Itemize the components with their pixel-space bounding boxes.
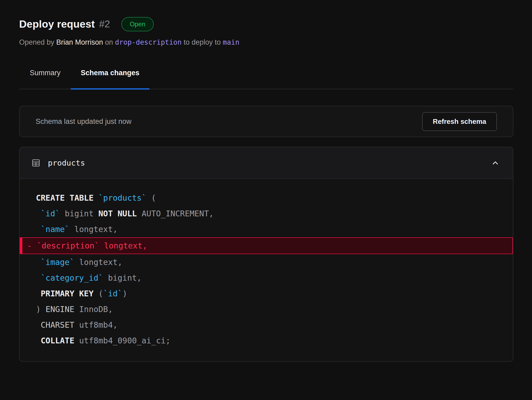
sql-token bbox=[36, 273, 41, 283]
branch-name: drop-description bbox=[115, 38, 181, 46]
sql-token bbox=[36, 289, 41, 298]
sql-token: `category_id` bbox=[41, 273, 103, 283]
chevron-up-icon bbox=[491, 159, 500, 167]
sql-line: CHARSET utf8mb4, bbox=[20, 317, 513, 333]
sql-line: CREATE TABLE `products` ( bbox=[20, 190, 513, 206]
sql-token: ) bbox=[122, 289, 127, 298]
sql-line: `id` bigint NOT NULL AUTO_INCREMENT, bbox=[20, 206, 513, 221]
sql-token: utf8mb4_0900_ai_ci; bbox=[79, 336, 171, 345]
sql-token: AUTO_INCREMENT, bbox=[142, 209, 214, 218]
table-name: products bbox=[48, 158, 85, 167]
sql-line: `image` longtext, bbox=[20, 254, 513, 270]
sql-token: CREATE TABLE bbox=[36, 193, 98, 203]
deploy-request-page: Deploy request #2 Open Opened by Brian M… bbox=[0, 0, 532, 362]
table-icon bbox=[31, 158, 40, 167]
sql-token bbox=[36, 225, 41, 234]
sql-token: `id` bbox=[41, 209, 60, 218]
sql-token: `description` bbox=[37, 241, 99, 250]
sql-token: `name` bbox=[41, 225, 69, 234]
sql-token: InnoDB, bbox=[79, 305, 113, 314]
table-panel-header[interactable]: products bbox=[20, 147, 513, 179]
sql-line: COLLATE utf8mb4_0900_ai_ci; bbox=[20, 333, 513, 348]
sql-token: bigint, bbox=[103, 273, 142, 283]
sql-code-block: CREATE TABLE `products` ( `id` bigint NO… bbox=[20, 179, 513, 361]
sql-token: bigint bbox=[65, 209, 98, 218]
table-schema-panel: products CREATE TABLE `products` ( `id` … bbox=[19, 147, 513, 362]
page-header: Deploy request #2 Open bbox=[19, 17, 513, 31]
tab-schema-changes[interactable]: Schema changes bbox=[81, 69, 140, 89]
author-name: Brian Morrison bbox=[56, 38, 103, 46]
schema-status-text: Schema last updated just now bbox=[36, 117, 131, 126]
page-title: Deploy request bbox=[19, 18, 95, 30]
tab-summary[interactable]: Summary bbox=[30, 69, 61, 89]
sql-token bbox=[60, 209, 65, 218]
byline-text: on bbox=[103, 38, 115, 46]
sql-token bbox=[36, 209, 41, 218]
collapse-button[interactable] bbox=[489, 157, 501, 169]
schema-refresh-bar: Schema last updated just now Refresh sch… bbox=[19, 106, 513, 137]
byline: Opened by Brian Morrison on drop-descrip… bbox=[19, 38, 513, 47]
sql-line: PRIMARY KEY (`id`) bbox=[20, 286, 513, 301]
sql-token: NOT NULL bbox=[98, 209, 142, 218]
tab-bar: Summary Schema changes bbox=[19, 69, 513, 89]
sql-token: CHARSET bbox=[41, 320, 79, 330]
branch-name: main bbox=[223, 38, 239, 46]
sql-line: `name` longtext, bbox=[20, 221, 513, 237]
sql-token: `products` bbox=[98, 193, 147, 203]
sql-token: `id` bbox=[103, 289, 122, 298]
sql-token bbox=[36, 336, 41, 345]
sql-token: - bbox=[27, 241, 37, 250]
deploy-request-number: #2 bbox=[99, 19, 110, 30]
refresh-schema-button[interactable]: Refresh schema bbox=[422, 112, 497, 131]
sql-token bbox=[36, 258, 41, 267]
sql-token: `image` bbox=[41, 258, 74, 267]
sql-line: `category_id` bigint, bbox=[20, 270, 513, 286]
sql-token: ENGINE bbox=[45, 305, 79, 314]
sql-token bbox=[36, 320, 41, 330]
sql-token: longtext, bbox=[74, 258, 123, 267]
sql-token: ( bbox=[146, 193, 156, 203]
sql-line: ) ENGINE InnoDB, bbox=[20, 301, 513, 317]
status-badge: Open bbox=[121, 17, 154, 31]
sql-line-deleted: - `description` longtext, bbox=[20, 237, 513, 254]
sql-token: longtext, bbox=[99, 241, 147, 250]
sql-token: COLLATE bbox=[41, 336, 79, 345]
sql-token: PRIMARY KEY bbox=[41, 289, 98, 298]
sql-token: longtext, bbox=[69, 225, 118, 234]
sql-token: ) bbox=[36, 305, 45, 314]
sql-token: utf8mb4, bbox=[79, 320, 118, 330]
sql-token: ( bbox=[98, 289, 103, 298]
byline-text: Opened by bbox=[19, 38, 56, 46]
byline-text: to deploy to bbox=[182, 38, 223, 46]
